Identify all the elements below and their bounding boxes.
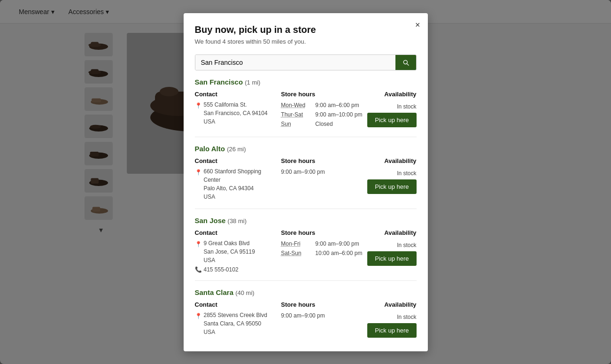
address-text: 555 California St. San Francisco, CA 941… (204, 101, 268, 126)
search-icon (402, 59, 410, 66)
store-details-grid: Contact 📍 2855 Stevens Creek Blvd Santa … (195, 301, 417, 338)
pin-icon: 📍 (195, 240, 202, 264)
store-contact-col: Contact 📍 2855 Stevens Creek Blvd Santa … (195, 301, 277, 336)
store-phone-row: 📞 415 555-0102 (195, 266, 277, 273)
store-availability-col: Availability In stock Pick up here (367, 229, 416, 266)
address-text: 9 Great Oaks Blvd San Jose, CA 95119 USA (204, 239, 255, 264)
store-hours-col: Store hours 9:00 am–9:00 pm (281, 301, 363, 320)
store-contact-col: Contact 📍 660 Stanford Shopping Center P… (195, 157, 277, 201)
modal-header: Buy now, pick up in a store We found 4 s… (184, 13, 428, 49)
store-availability-col: Availability In stock Pick up here (367, 91, 416, 127)
store-name-san-francisco: San Francisco (1 mi) (195, 78, 417, 86)
store-hours-col: Store hours Mon-Wed 9:00 am–6:00 pm Thur… (281, 91, 363, 129)
pin-icon: 📍 (195, 312, 202, 336)
pickup-button-san-jose[interactable]: Pick up here (367, 251, 416, 266)
store-details-grid: Contact 📍 660 Stanford Shopping Center P… (195, 157, 417, 201)
store-contact-col: Contact 📍 9 Great Oaks Blvd San Jose, CA… (195, 229, 277, 273)
store-item-san-francisco: San Francisco (1 mi) Contact 📍 555 Calif… (195, 70, 417, 137)
modal-title: Buy now, pick up in a store (195, 24, 417, 35)
store-details-grid: Contact 📍 555 California St. San Francis… (195, 91, 417, 129)
store-hours: 9:00 am–9:00 pm (281, 167, 363, 177)
store-contact-col: Contact 📍 555 California St. San Francis… (195, 91, 277, 126)
store-hours-col: Store hours Mon-Fri 9:00 am–9:00 pm Sat-… (281, 229, 363, 258)
pickup-button-sf[interactable]: Pick up here (367, 113, 416, 127)
phone-icon: 📞 (195, 266, 202, 273)
search-input[interactable] (195, 55, 395, 70)
store-details-grid: Contact 📍 9 Great Oaks Blvd San Jose, CA… (195, 229, 417, 273)
modal-overlay: Buy now, pick up in a store We found 4 s… (0, 0, 611, 364)
store-item-san-jose: San Jose (38 mi) Contact 📍 9 Great Oaks … (195, 209, 417, 281)
store-search-section (184, 49, 428, 70)
store-pickup-modal: Buy now, pick up in a store We found 4 s… (184, 13, 428, 351)
store-hours: 9:00 am–9:00 pm (281, 311, 363, 320)
store-address: 📍 2855 Stevens Creek Blvd Santa Clara, C… (195, 311, 277, 336)
stores-list: San Francisco (1 mi) Contact 📍 555 Calif… (184, 70, 428, 351)
store-name-san-jose: San Jose (38 mi) (195, 217, 417, 225)
pin-icon: 📍 (195, 101, 202, 126)
store-availability-col: Availability In stock Pick up here (367, 157, 416, 194)
search-button[interactable] (395, 55, 416, 70)
modal-close-button[interactable]: × (415, 21, 420, 29)
store-item-santa-clara: Santa Clara (40 mi) Contact 📍 2855 Steve… (195, 281, 417, 345)
pin-icon: 📍 (195, 168, 202, 201)
address-text: 660 Stanford Shopping Center Palo Alto, … (204, 167, 277, 201)
pickup-button-palo-alto[interactable]: Pick up here (367, 179, 416, 194)
store-hours: Mon-Wed 9:00 am–6:00 pm Thur-Sat 9:00 am… (281, 101, 363, 129)
store-hours: Mon-Fri 9:00 am–9:00 pm Sat-Sun 10:00 am… (281, 239, 363, 258)
store-availability-col: Availability In stock Pick up here (367, 301, 416, 338)
search-box (195, 54, 417, 70)
store-address: 📍 660 Stanford Shopping Center Palo Alto… (195, 167, 277, 201)
pickup-button-santa-clara[interactable]: Pick up here (367, 323, 416, 338)
store-name-palo-alto: Palo Alto (26 mi) (195, 145, 417, 153)
store-hours-col: Store hours 9:00 am–9:00 pm (281, 157, 363, 177)
store-name-santa-clara: Santa Clara (40 mi) (195, 288, 417, 296)
store-item-palo-alto: Palo Alto (26 mi) Contact 📍 660 Stanford… (195, 137, 417, 209)
address-text: 2855 Stevens Creek Blvd Santa Clara, CA … (204, 311, 267, 336)
store-address: 📍 555 California St. San Francisco, CA 9… (195, 101, 277, 126)
store-address: 📍 9 Great Oaks Blvd San Jose, CA 95119 U… (195, 239, 277, 264)
modal-subtitle: We found 4 stores within 50 miles of you… (195, 38, 417, 45)
